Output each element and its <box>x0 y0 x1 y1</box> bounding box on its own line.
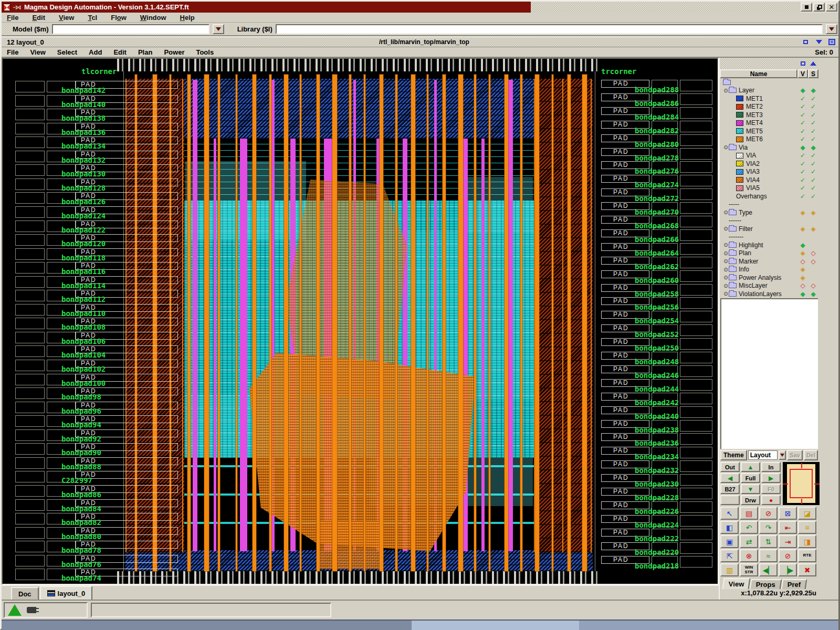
layer-row-met4[interactable]: MET4✓✓ <box>720 119 818 128</box>
layer-row-------[interactable]: ------ <box>720 217 818 225</box>
close-button[interactable]: ✕ <box>826 3 837 12</box>
close-tool-button[interactable]: ✖ <box>798 563 816 576</box>
layer-row-violationlayers[interactable]: ⊙ViolationLayers◆◆ <box>720 290 818 298</box>
theme-select[interactable]: Layout <box>748 450 778 460</box>
selectability-toggle[interactable]: ✓ <box>808 111 818 119</box>
layer-row-plan[interactable]: ⊙Plan◈◇ <box>720 249 818 258</box>
visibility-toggle[interactable]: ✓ <box>797 103 808 110</box>
pan-up-button[interactable]: ▲ <box>741 462 760 472</box>
layer-row-misclayer[interactable]: ⊙MiscLayer◇◇ <box>720 282 818 290</box>
move-tool[interactable]: ⇱ <box>720 549 739 562</box>
theme-button[interactable]: Theme <box>720 450 747 460</box>
selectability-toggle[interactable]: ◇ <box>808 282 818 289</box>
minimize-button[interactable] <box>801 3 812 12</box>
layer-row-layer[interactable]: ⊙Layer◆◆ <box>720 87 818 95</box>
visibility-toggle[interactable]: ✓ <box>797 184 808 192</box>
toolbar-grip-2[interactable] <box>227 24 234 34</box>
win-str-button[interactable]: WIN STR <box>740 563 758 576</box>
visibility-toggle[interactable]: ◆ <box>797 87 808 94</box>
visibility-toggle[interactable]: ◆ <box>797 242 808 249</box>
ruler-tool[interactable]: ≡ <box>798 521 816 534</box>
spare-button[interactable] <box>720 495 740 505</box>
layout-shade-button[interactable] <box>814 38 823 46</box>
maximize-button[interactable] <box>813 3 825 12</box>
layer-row[interactable] <box>720 78 818 87</box>
layout-close-button[interactable]: ✕ <box>827 38 836 46</box>
undo-tool[interactable]: ↶ <box>740 521 758 534</box>
step-forward-button[interactable]: ▕▶ <box>779 563 797 576</box>
selectability-toggle[interactable]: ◈ <box>808 225 818 233</box>
tree-expander-icon[interactable]: ⊙ <box>723 258 729 264</box>
selectability-toggle[interactable]: ◆ <box>808 290 818 298</box>
selectability-toggle[interactable]: ✓ <box>808 168 818 175</box>
pointer-tool[interactable]: ↖ <box>720 507 739 520</box>
selectability-toggle[interactable]: ✓ <box>808 119 818 127</box>
swap-horizontal-tool[interactable]: ⇄ <box>740 535 758 548</box>
visible-column-header[interactable]: V <box>797 69 808 78</box>
tree-expander-icon[interactable]: ⊙ <box>723 291 729 297</box>
draw-button[interactable]: Drw <box>741 495 760 505</box>
layer-row-via3[interactable]: VIA3✓✓ <box>720 168 818 176</box>
layer-color-swatch[interactable] <box>736 112 743 118</box>
bus-tool[interactable]: ▥ <box>720 563 739 576</box>
visibility-toggle[interactable]: ✓ <box>797 152 808 159</box>
layer-row-via[interactable]: ⊙Via◆◆ <box>720 143 818 152</box>
menu-tcl[interactable]: Tcl <box>88 14 97 22</box>
rte-button[interactable]: RTE <box>798 549 816 562</box>
area-select-tool[interactable]: ◪ <box>798 507 816 520</box>
model-combo-input[interactable] <box>52 24 209 34</box>
layer-row--------[interactable]: ------- <box>720 233 818 242</box>
layer-color-swatch[interactable] <box>736 120 743 126</box>
step-back-button[interactable]: ◀▏ <box>759 563 778 576</box>
selectability-toggle[interactable]: ✓ <box>808 152 818 159</box>
layer-color-swatch[interactable] <box>736 169 743 175</box>
doc-tab-layout_0[interactable]: layout_0 <box>40 586 93 600</box>
tree-expander-icon[interactable]: ⊙ <box>723 275 729 280</box>
layout-menu-add[interactable]: Add <box>89 48 102 56</box>
panel-titlebar[interactable] <box>720 58 818 69</box>
status-ok-triangle-icon[interactable] <box>8 604 22 616</box>
layout-menu-file[interactable]: File <box>7 48 18 56</box>
align-left-tool[interactable]: ⇤ <box>779 521 797 534</box>
library-field-input[interactable] <box>276 24 823 34</box>
toolbar-grip[interactable] <box>3 24 9 34</box>
layout-menu-power[interactable]: Power <box>164 48 184 56</box>
copy-tool[interactable]: ▣ <box>720 535 739 548</box>
visibility-toggle[interactable]: ✓ <box>797 128 808 135</box>
theme-save-button[interactable]: Sav <box>787 450 803 460</box>
tree-expander-icon[interactable]: ⊙ <box>723 88 729 93</box>
layer-color-swatch[interactable] <box>736 153 743 159</box>
layer-row-filter[interactable]: ⊙Filter◈◈ <box>720 225 818 233</box>
visibility-toggle[interactable]: ◇ <box>797 258 808 265</box>
zoom-full-button[interactable]: Full <box>741 473 760 483</box>
layer-color-swatch[interactable] <box>736 136 743 142</box>
panel-shade-button[interactable] <box>808 60 817 68</box>
selectability-toggle[interactable]: ✓ <box>808 103 818 110</box>
visibility-toggle[interactable]: ✓ <box>797 111 808 119</box>
menu-edit[interactable]: Edit <box>32 14 45 22</box>
layer-row-via[interactable]: VIA✓✓ <box>720 152 818 160</box>
layer-color-swatch[interactable] <box>736 161 743 166</box>
selectability-toggle[interactable]: ✓ <box>808 128 818 135</box>
selectability-toggle[interactable]: ✓ <box>808 193 818 200</box>
selectability-toggle[interactable]: ✓ <box>808 176 818 184</box>
zoom-out-button[interactable]: Out <box>720 462 740 472</box>
theme-delete-button[interactable]: Del <box>804 450 818 460</box>
menu-view[interactable]: View <box>59 14 74 22</box>
selectability-toggle[interactable]: ✓ <box>808 135 818 143</box>
command-input[interactable] <box>91 603 331 617</box>
no-query-tool[interactable]: ⊘ <box>779 549 797 562</box>
panel-restore-button[interactable] <box>799 60 807 68</box>
visibility-toggle[interactable]: ◆ <box>797 144 808 151</box>
layer-row-met3[interactable]: MET3✓✓ <box>720 111 818 119</box>
layer-row-met6[interactable]: MET6✓✓ <box>720 135 818 144</box>
select-props-tool[interactable]: ▤ <box>740 507 758 520</box>
layout-restore-button[interactable] <box>801 38 810 46</box>
model-combo-dropdown-button[interactable] <box>213 24 224 34</box>
minimap-viewport[interactable] <box>790 469 813 498</box>
panel-tab-props[interactable]: Props <box>750 579 782 589</box>
visibility-toggle[interactable]: ◈ <box>797 225 808 233</box>
menu-flow[interactable]: Flow <box>111 14 127 22</box>
layout-window-titlebar[interactable]: 12 layout_0 /rtl_lib/marvin_top/marvin_t… <box>2 36 838 47</box>
layer-row-met1[interactable]: MET1✓✓ <box>720 94 818 103</box>
